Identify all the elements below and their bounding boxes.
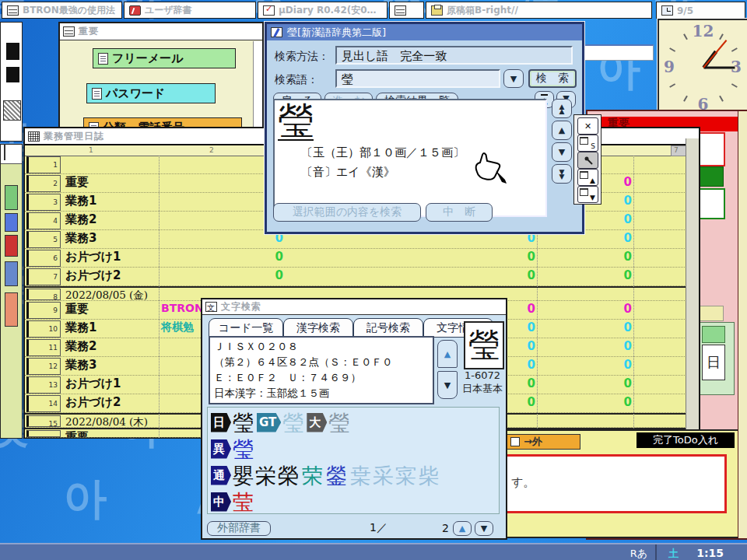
row-number[interactable]: 15: [26, 415, 61, 427]
row-number[interactable]: 12: [26, 358, 61, 375]
background-window-sliver[interactable]: [0, 22, 23, 142]
todo-box-red[interactable]: [699, 132, 725, 166]
row-number[interactable]: 10: [26, 320, 61, 338]
scrollbar[interactable]: [253, 41, 262, 130]
candidate-chars[interactable]: 瑩: [233, 412, 255, 433]
candidate-chars[interactable]: 瑩: [328, 412, 351, 433]
cell-value[interactable]: 0: [598, 231, 632, 245]
row-label-cell[interactable]: 業務2: [65, 212, 96, 227]
row-label-cell[interactable]: お片づけ2: [65, 395, 121, 410]
scrollbar-corner[interactable]: [671, 145, 686, 156]
cell-value[interactable]: 0: [598, 212, 632, 226]
clock-time[interactable]: 1:15: [696, 547, 724, 559]
window-tab-genkobako[interactable]: 原稿箱B-right//: [426, 2, 652, 19]
window-tab-clock[interactable]: 9/5: [656, 2, 745, 19]
row-label-cell[interactable]: 重要: [65, 430, 89, 438]
page-up-button[interactable]: ▲: [453, 521, 472, 536]
tab-symbol-search[interactable]: 記号検索: [353, 318, 423, 338]
window-tab-cabinet[interactable]: [389, 2, 424, 19]
row-label-cell[interactable]: お片づけ1: [65, 376, 121, 391]
ime-indicator[interactable]: Rあ: [630, 547, 647, 560]
list-item-password[interactable]: パスワード: [86, 83, 216, 103]
term-dropdown-button[interactable]: ▼: [503, 69, 524, 88]
page-down-button[interactable]: ▼: [475, 521, 493, 536]
row-label-cell[interactable]: 業務2: [65, 339, 96, 354]
cell-value[interactable]: 0: [501, 268, 535, 282]
cell-value[interactable]: 0: [249, 250, 283, 264]
column-header[interactable]: 7: [674, 146, 679, 154]
candidate-chars[interactable]: 莹: [233, 492, 255, 513]
store-window-button[interactable]: S: [577, 135, 598, 152]
row-number[interactable]: 5: [26, 231, 61, 248]
scroll-up-button[interactable]: ▲: [437, 340, 458, 368]
page-last-button[interactable]: ▼▼: [552, 164, 572, 184]
row-number[interactable]: 2: [26, 175, 61, 192]
page-first-button[interactable]: ▲▲: [552, 99, 572, 118]
roll-down-button[interactable]: ▼: [577, 186, 598, 203]
row-label-cell[interactable]: 重要: [65, 175, 89, 190]
cell-value[interactable]: 0: [249, 268, 283, 282]
abort-button[interactable]: 中 断: [426, 203, 493, 222]
out-button[interactable]: →外: [506, 434, 580, 450]
row-number[interactable]: 7: [26, 268, 61, 285]
cell-value[interactable]: 0: [598, 268, 632, 282]
candidate-chars[interactable]: 鎣: [326, 465, 349, 486]
search-method-field[interactable]: 見出し語 完全一致: [335, 46, 573, 65]
row-number[interactable]: 14: [26, 395, 61, 412]
row-number[interactable]: 13: [26, 376, 61, 394]
row-number[interactable]: 4: [26, 212, 61, 229]
row-number[interactable]: 8: [26, 289, 61, 300]
table-row[interactable]: 7お片づけ2000: [25, 268, 696, 286]
list-item[interactable]: [5, 185, 18, 210]
cell-value[interactable]: 0: [598, 376, 632, 390]
row-label-cell[interactable]: お片づけ1: [65, 250, 121, 264]
cell-value[interactable]: 0: [598, 320, 632, 334]
candidate-chars[interactable]: 嬰栄榮: [233, 465, 300, 486]
todo-box-green-filled[interactable]: [699, 166, 724, 187]
cell-value[interactable]: 0: [598, 395, 632, 409]
row-label-cell[interactable]: 業務3: [65, 358, 96, 373]
candidate-chars[interactable]: 枽采寀柴: [350, 465, 440, 486]
cell-value[interactable]: 0: [501, 250, 535, 264]
candidate-chars[interactable]: 瑩: [282, 412, 305, 433]
note-box[interactable]: す。: [504, 454, 727, 513]
external-dict-button[interactable]: 外部辞書: [207, 521, 271, 536]
window-titlebar[interactable]: 瑩[新漢語辞典第二版]: [267, 24, 582, 40]
column-header[interactable]: 2: [209, 146, 214, 154]
window-tab-user-dict[interactable]: ユーザ辞書: [124, 2, 256, 19]
cell-value[interactable]: 0: [598, 358, 632, 372]
list-item[interactable]: [5, 235, 18, 257]
window-tab-btron-book[interactable]: BTRON最強の使用法: [2, 2, 122, 19]
line-down-button[interactable]: ▼: [552, 142, 572, 162]
line-up-button[interactable]: ▲: [552, 121, 572, 140]
todo-day-box[interactable]: 日: [702, 345, 725, 380]
row-number[interactable]: 3: [26, 194, 61, 211]
candidate-chars[interactable]: 瑩: [233, 439, 255, 460]
cell-text[interactable]: BTRON: [161, 302, 204, 314]
list-item[interactable]: [5, 292, 18, 327]
todo-day-chip[interactable]: [702, 326, 725, 343]
background-window-sliver2[interactable]: [0, 144, 23, 439]
row-number[interactable]: 6: [26, 250, 61, 267]
row-number[interactable]: 9: [26, 302, 61, 319]
row-number[interactable]: 11: [26, 339, 61, 356]
list-item[interactable]: [5, 213, 18, 232]
list-item[interactable]: [5, 261, 18, 286]
pin-button[interactable]: [577, 152, 598, 169]
row-number[interactable]: 1: [26, 156, 61, 173]
tab-kanji-search[interactable]: 漢字検索: [283, 318, 353, 338]
done-todo-label[interactable]: 完了ToDo入れ: [637, 432, 735, 448]
range-search-button[interactable]: 選択範囲の内容を検索: [273, 203, 421, 222]
roll-up-button[interactable]: ▲: [577, 169, 598, 186]
scrollbar[interactable]: [686, 138, 699, 437]
checkbox[interactable]: [510, 437, 520, 446]
row-label-cell[interactable]: お片づけ2: [65, 268, 121, 283]
cell-value[interactable]: 0: [598, 175, 632, 189]
scroll-down-button[interactable]: ▼: [437, 371, 458, 399]
row-label-cell[interactable]: 業務1: [65, 194, 96, 208]
cell-value[interactable]: 0: [598, 194, 632, 208]
row-label-cell[interactable]: 重要: [65, 302, 89, 317]
cell-value[interactable]: 0: [598, 250, 632, 264]
table-row[interactable]: 6お片づけ1000: [25, 249, 696, 268]
row-number[interactable]: [26, 430, 61, 437]
